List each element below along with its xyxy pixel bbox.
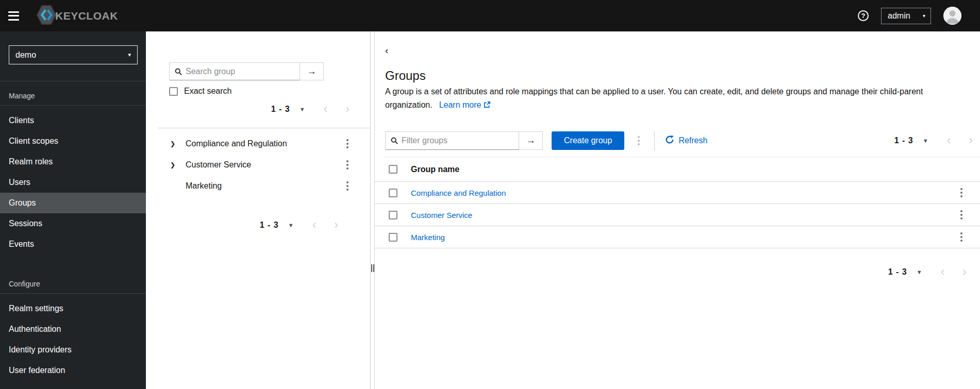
pagination-options-caret-icon[interactable]: ▼ — [917, 269, 922, 275]
filter-groups-input[interactable] — [402, 136, 514, 145]
nav-section: Configure Realm settingsAuthenticationId… — [0, 269, 146, 385]
help-icon[interactable]: ? — [858, 10, 869, 21]
kebab-menu-icon[interactable] — [344, 137, 351, 150]
create-group-button[interactable]: Create group — [552, 131, 624, 150]
pagination-range: 1 - 3 — [271, 105, 290, 114]
row-kebab-menu-icon[interactable] — [958, 230, 965, 244]
resizer-grip-icon[interactable] — [371, 264, 374, 272]
exact-search-checkbox[interactable] — [169, 87, 178, 96]
groups-main-panel: ‹ Groups A group is a set of attributes … — [375, 31, 980, 389]
groups-table: Group name Compliance and Regulation Cus… — [375, 157, 980, 248]
sidebar-item-users[interactable]: Users — [0, 172, 146, 193]
tree-pagination-top: 1 - 3 ▼ ‹ › — [271, 103, 350, 115]
page-description: A group is a set of attributes and role … — [385, 85, 956, 112]
expand-chevron-icon[interactable]: ❯ — [170, 161, 177, 168]
external-link-icon — [481, 100, 490, 109]
tree-group-label[interactable]: Compliance and Regulation — [186, 139, 287, 148]
pagination-options-caret-icon[interactable]: ▼ — [923, 138, 928, 144]
tree-group-label[interactable]: Customer Service — [186, 160, 251, 170]
groups-tree-panel: → Exact search 1 - 3 ▼ ‹ › ❯ Compliance … — [146, 31, 370, 389]
tree-group-label[interactable]: Marketing — [186, 181, 222, 191]
pagination-prev-icon[interactable]: ‹ — [312, 219, 317, 231]
collapse-tree-chevron-icon[interactable]: ‹ — [385, 45, 388, 56]
table-body: Compliance and Regulation Customer Servi… — [375, 182, 980, 248]
row-kebab-menu-icon[interactable] — [958, 208, 965, 222]
pagination-range: 1 - 3 — [894, 136, 913, 145]
sidebar-item-client-scopes[interactable]: Client scopes — [0, 131, 146, 151]
refresh-icon — [666, 136, 674, 146]
sidebar-item-groups[interactable]: Groups — [0, 193, 146, 213]
group-name-link[interactable]: Compliance and Regulation — [411, 189, 506, 197]
select-all-checkbox[interactable] — [389, 165, 397, 174]
search-group-input[interactable] — [186, 67, 295, 76]
tree-pagination-bottom: 1 - 3 ▼ ‹ › — [260, 219, 338, 231]
page-title: Groups — [385, 69, 426, 83]
row-checkbox[interactable] — [389, 211, 397, 219]
sidebar-item-events[interactable]: Events — [0, 234, 146, 255]
realm-selector[interactable]: demo ▾ — [9, 45, 138, 64]
row-checkbox[interactable] — [389, 233, 397, 242]
table-row: Compliance and Regulation — [375, 182, 980, 204]
row-checkbox[interactable] — [389, 189, 397, 197]
search-icon — [175, 68, 182, 75]
avatar[interactable] — [943, 7, 961, 25]
pagination-options-caret-icon[interactable]: ▼ — [288, 222, 294, 228]
divider — [158, 128, 370, 128]
kebab-menu-icon[interactable] — [344, 179, 351, 193]
brand-text: KEYCLOAK — [55, 10, 118, 22]
pagination-range: 1 - 3 — [888, 267, 907, 277]
sidebar-nav: Manage ClientsClient scopesRealm rolesUs… — [0, 81, 146, 385]
masthead: KEYCLOAK ? admin ▾ — [0, 0, 980, 31]
search-icon — [391, 137, 398, 144]
pagination-next-icon[interactable]: › — [345, 103, 350, 115]
username: admin — [888, 11, 910, 21]
kebab-menu-icon[interactable] — [344, 158, 351, 172]
table-pagination-bottom: 1 - 3 ▼ ‹ › — [888, 266, 967, 278]
nav-section-title: Manage — [0, 81, 146, 106]
pagination-options-caret-icon[interactable]: ▼ — [300, 106, 305, 112]
group-name-link[interactable]: Marketing — [411, 233, 445, 242]
chevron-down-icon: ▾ — [128, 52, 131, 58]
search-submit-button[interactable]: → — [300, 63, 323, 80]
pagination-prev-icon[interactable]: ‹ — [324, 103, 328, 115]
learn-more-link[interactable]: Learn more — [439, 100, 491, 109]
sidebar-item-sessions[interactable]: Sessions — [0, 213, 146, 234]
realm-selector-block: demo ▾ — [0, 31, 146, 81]
table-row: Customer Service — [375, 204, 980, 226]
keycloak-logo: KEYCLOAK — [37, 4, 118, 28]
pagination-prev-icon[interactable]: ‹ — [941, 266, 945, 278]
realm-name: demo — [15, 50, 36, 60]
nav-section: Manage ClientsClient scopesRealm rolesUs… — [0, 81, 146, 259]
pagination-next-icon[interactable]: › — [962, 266, 967, 278]
sidebar-item-authentication[interactable]: Authentication — [0, 319, 146, 340]
toolbar-kebab-menu-icon[interactable] — [636, 134, 642, 147]
user-menu-dropdown[interactable]: admin ▾ — [881, 8, 931, 24]
sidebar-item-user-federation[interactable]: User federation — [0, 360, 146, 381]
table-pagination-top: 1 - 3 ▼ ‹ › — [894, 134, 980, 146]
row-kebab-menu-icon[interactable] — [958, 186, 965, 199]
sidebar-item-clients[interactable]: Clients — [0, 110, 146, 131]
filter-submit-button[interactable]: → — [519, 132, 542, 149]
sidebar-item-realm-roles[interactable]: Realm roles — [0, 151, 146, 172]
panel-resizer[interactable] — [370, 31, 375, 389]
refresh-button[interactable]: Refresh — [666, 136, 707, 146]
sidebar-item-realm-settings[interactable]: Realm settings — [0, 298, 146, 319]
toolbar-divider — [654, 131, 655, 150]
tree-group-item[interactable]: ❯ Compliance and Regulation — [146, 133, 370, 154]
table-row: Marketing — [375, 226, 980, 248]
group-name-link[interactable]: Customer Service — [411, 211, 472, 219]
expand-chevron-icon[interactable]: ❯ — [170, 140, 177, 147]
sidebar: demo ▾ Manage ClientsClient scopesRealm … — [0, 31, 146, 389]
group-search-control: → — [169, 62, 324, 80]
nav-toggle-button[interactable] — [8, 11, 21, 21]
tree-group-item[interactable]: ❯ Customer Service — [146, 154, 370, 175]
nav-section-title: Configure — [0, 269, 146, 294]
pagination-range: 1 - 3 — [260, 221, 279, 230]
sidebar-item-identity-providers[interactable]: Identity providers — [0, 340, 146, 360]
pagination-next-icon[interactable]: › — [334, 219, 338, 231]
filter-groups-control: → — [385, 131, 543, 150]
tree-group-item[interactable]: Marketing — [146, 175, 370, 196]
keycloak-logo-icon — [37, 4, 56, 28]
pagination-next-icon[interactable]: › — [969, 134, 973, 146]
pagination-prev-icon[interactable]: ‹ — [947, 134, 951, 146]
